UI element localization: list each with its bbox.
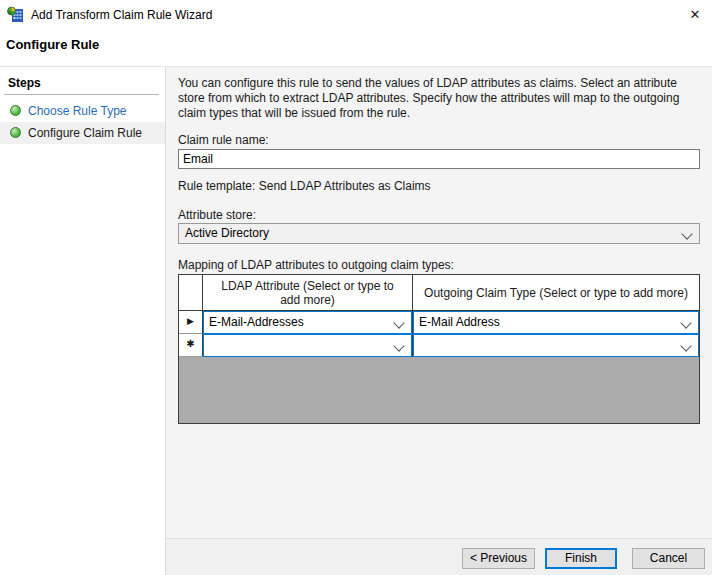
attribute-store-value: Active Directory [185,226,269,240]
rule-description-text: You can configure this rule to send the … [178,76,702,121]
title-bar: Add Transform Claim Rule Wizard ✕ [0,0,712,30]
step-label[interactable]: Choose Rule Type [28,104,127,118]
claim-rule-name-label: Claim rule name: [178,133,269,147]
steps-sidebar: Steps Choose Rule Type Configure Claim R… [0,67,166,575]
cancel-button[interactable]: Cancel [632,548,705,569]
steps-divider [4,94,159,95]
new-row-indicator-icon: ✱ [179,338,202,349]
rule-template-text: Rule template: Send LDAP Attributes as C… [178,179,431,193]
ldap-attribute-column-header: LDAP Attribute (Select or type to add mo… [203,275,413,310]
ldap-attribute-dropdown[interactable] [203,334,412,357]
page-title: Configure Rule [6,37,99,52]
ldap-attribute-cell: E-Mail-Addresses [203,311,413,334]
previous-button[interactable]: < Previous [462,548,535,569]
wizard-content: You can configure this rule to send the … [166,67,712,575]
finish-button[interactable]: Finish [545,548,617,569]
outgoing-claim-type-cell: E-Mail Address [413,311,699,334]
step-label: Configure Claim Rule [28,126,142,140]
attribute-store-dropdown[interactable]: Active Directory [178,223,700,244]
footer-bar [166,539,712,575]
chevron-down-icon [681,228,692,239]
outgoing-claim-type-dropdown[interactable] [413,334,699,357]
chevron-down-icon [393,340,404,351]
mapping-label: Mapping of LDAP attributes to outgoing c… [178,258,454,272]
sidebar-item-configure-claim-rule[interactable]: Configure Claim Rule [0,122,165,144]
new-row-selector[interactable]: ✱ [179,334,203,357]
steps-heading: Steps [8,76,41,90]
table-row: ▶ E-Mail-Addresses E-Mail Address [179,311,699,334]
outgoing-claim-type-cell [413,334,699,357]
ldap-attribute-value: E-Mail-Addresses [209,315,304,329]
add-transform-claim-rule-wizard-window: Add Transform Claim Rule Wizard ✕ Config… [0,0,712,575]
mapping-grid: LDAP Attribute (Select or type to add mo… [178,274,700,424]
current-row-indicator-icon: ▶ [179,316,202,326]
chevron-down-icon [680,317,691,328]
ldap-attribute-dropdown[interactable]: E-Mail-Addresses [203,311,412,334]
current-row-selector[interactable]: ▶ [179,311,203,334]
chevron-down-icon [680,340,691,351]
sidebar-item-choose-rule-type[interactable]: Choose Rule Type [0,100,165,122]
grid-header-row: LDAP Attribute (Select or type to add mo… [179,275,699,311]
outgoing-claim-type-value: E-Mail Address [419,315,500,329]
chevron-down-icon [393,317,404,328]
attribute-store-label: Attribute store: [178,208,256,222]
close-button[interactable]: ✕ [685,5,705,25]
row-selector-header [179,275,203,310]
claim-rule-name-input[interactable] [178,149,700,169]
outgoing-claim-type-column-header: Outgoing Claim Type (Select or type to a… [413,275,699,310]
table-row: ✱ [179,334,699,357]
adfs-wizard-icon [7,6,24,23]
step-complete-icon [10,127,21,138]
step-complete-icon [10,105,21,116]
outgoing-claim-type-dropdown[interactable]: E-Mail Address [413,311,699,334]
ldap-attribute-cell [203,334,413,357]
window-title: Add Transform Claim Rule Wizard [31,8,212,22]
